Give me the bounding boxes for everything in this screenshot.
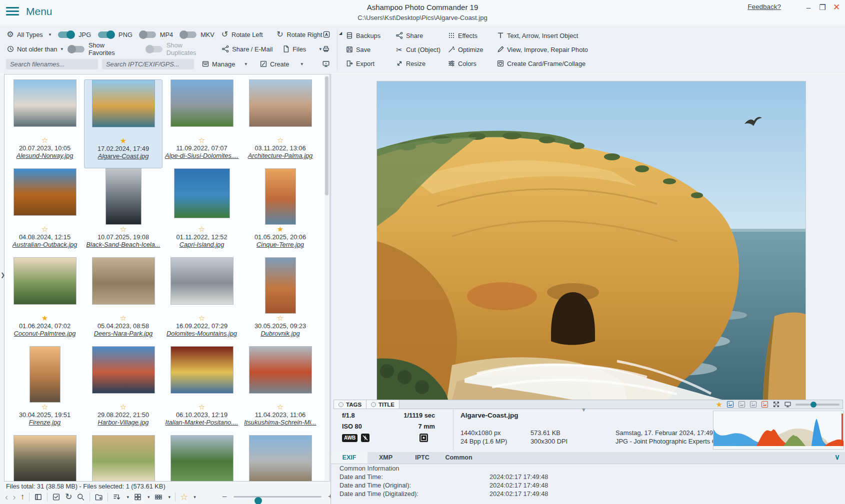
thumbnail-image[interactable] [92, 80, 155, 127]
scrollbar-thumb[interactable] [325, 76, 328, 195]
export-action-button[interactable]: Export [345, 59, 393, 68]
text-action-button[interactable]: Text, Arrow, Insert Object [496, 31, 596, 40]
favorite-star-icon[interactable]: ☆ [277, 136, 284, 144]
forward-button[interactable]: › [12, 492, 16, 502]
thumbnail-cell[interactable]: ☆06.10.2023, 12:19Italian-Market-Positan… [162, 346, 241, 435]
metadata-tab-iptc[interactable]: IPTC [404, 452, 440, 464]
close-button[interactable]: ✕ [831, 2, 842, 13]
thumbnail-cell[interactable]: ☆29.08.2022, 21:50Harbor-Village.jpg [84, 346, 162, 435]
favorite-star-icon[interactable]: ☆ [120, 403, 126, 411]
thumbnail-filename[interactable]: Dolomites-Mountains.jpg [166, 330, 237, 338]
grid-small-icon[interactable] [154, 493, 162, 502]
show-duplicates-toggle[interactable] [146, 46, 162, 52]
thumbnail-filename[interactable]: Itsukushima-Schrein-Mi... [244, 419, 316, 427]
thumbnail-filename[interactable]: Algarve-Coast.jpg [98, 152, 149, 160]
sort-icon[interactable] [112, 493, 121, 502]
thumbnail-cell[interactable]: ☆30.05.2025, 09:23Dubrovnik.jpg [241, 257, 320, 346]
thumbnail-filename[interactable]: Coconut-Palmtree.jpg [14, 330, 76, 338]
photo-size-gray-icon[interactable] [738, 401, 746, 408]
back-button[interactable]: ‹ [5, 492, 8, 502]
resize-action-button[interactable]: Resize [395, 59, 445, 68]
save-action-button[interactable]: Save [345, 45, 393, 54]
thumbnail-cell[interactable]: ☆03.11.2022, 13:06Architecture-Palma.jpg [241, 79, 320, 168]
collapse-metadata-icon[interactable]: ∨ [834, 453, 840, 462]
not-older-than-dropdown[interactable]: Not older than ▾ [6, 45, 63, 53]
thumbnail-cell[interactable]: ☆30.04.2025, 19:51Firenze.jpg [6, 346, 84, 435]
favorite-star-icon[interactable]: ★ [716, 401, 722, 408]
favorite-star-icon[interactable]: ★ [120, 136, 126, 145]
create-dropdown[interactable]: Create ▾ [259, 60, 303, 68]
thumbnail-cell[interactable]: ☆10.07.2025, 19:08Black-Sand-Beach-Icela… [84, 168, 162, 257]
thumbnail-filename[interactable]: Dubrovnik.jpg [260, 330, 300, 338]
favorite-star-icon[interactable]: ★ [277, 225, 284, 233]
magnifier-icon[interactable] [76, 493, 85, 502]
favorite-star-icon[interactable]: ☆ [198, 136, 205, 144]
thumbnail-cell[interactable]: ★01.06.2024, 07:02Coconut-Palmtree.jpg [6, 257, 84, 346]
thumbnail-filename[interactable]: Deers-Nara-Park.jpg [94, 330, 152, 338]
thumbnail-filename[interactable]: Capri-Island.jpg [180, 241, 224, 249]
browser-scrollbar[interactable] [324, 75, 329, 481]
search-filenames-input[interactable] [6, 59, 98, 69]
thumbnail-image[interactable] [174, 168, 230, 218]
optimize-action-button[interactable]: Optimize [447, 45, 494, 54]
slideshow-dropdown[interactable] [322, 60, 330, 68]
share-email-button[interactable]: Share / E-Mail [221, 45, 272, 53]
thumbnail-filename[interactable]: Italian-Market-Positano.... [166, 419, 238, 427]
favorite-star-icon[interactable]: ☆ [42, 225, 48, 233]
select-checkbox-icon[interactable] [52, 493, 60, 502]
thumbnail-image[interactable] [249, 346, 312, 394]
thumbnail-filename[interactable]: Architecture-Palma.jpg [248, 152, 312, 160]
repair-action-button[interactable]: View, Improve, Repair Photo [496, 45, 596, 54]
thumbnail-image[interactable] [249, 79, 312, 127]
photo-size-gray2-icon[interactable] [750, 401, 757, 408]
favorite-star-icon[interactable]: ☆ [277, 314, 284, 322]
metadata-tab-common[interactable]: Common [440, 452, 477, 464]
thumbnail-image[interactable] [265, 168, 296, 225]
sidebar-toggle-icon[interactable] [34, 493, 42, 502]
toggle-jpg[interactable] [58, 31, 74, 38]
thumbnail-image[interactable] [14, 168, 76, 216]
print-button[interactable] [322, 45, 330, 53]
favorite-star-icon[interactable]: ☆ [198, 314, 205, 322]
all-types-dropdown[interactable]: ⚙ All Types ▾ [6, 30, 51, 39]
photo-preview[interactable] [377, 81, 806, 400]
thumbnail-cell[interactable]: ★17.02.2024, 17:49Algarve-Coast.jpg [84, 79, 162, 168]
thumbnail-cell[interactable]: ☆04.08.2024, 12:15Australian-Outback.jpg [6, 168, 84, 257]
thumbnail-cell[interactable]: ☆16.09.2022, 07:29Dolomites-Mountains.jp… [162, 257, 241, 346]
thumbnail-image[interactable] [30, 346, 60, 403]
photo-size-orange-icon[interactable] [761, 401, 768, 408]
grid-large-icon[interactable] [134, 493, 142, 502]
zoom-slider-knob[interactable] [254, 497, 262, 504]
files-dropdown[interactable]: Files ▾ [282, 45, 322, 53]
favorite-star-icon[interactable]: ☆ [42, 136, 48, 144]
thumbnail-cell[interactable]: ☆01.11.2022, 12:52Capri-Island.jpg [162, 168, 241, 257]
favorite-star-icon[interactable]: ☆ [120, 225, 126, 233]
tab-title[interactable]: TITLE [366, 400, 400, 409]
toggle-mkv[interactable] [180, 31, 196, 38]
colors-action-button[interactable]: Colors [447, 59, 494, 68]
card-action-button[interactable]: Create Card/Frame/Collage [496, 59, 596, 68]
thumbnail-image[interactable] [92, 435, 155, 482]
favorite-star-icon[interactable]: ☆ [42, 403, 48, 411]
show-favorites-toggle[interactable] [68, 46, 84, 52]
thumbnail-image[interactable] [92, 257, 155, 305]
zoom-out-button[interactable]: – [222, 492, 226, 500]
manage-dropdown[interactable]: Manage ▾ [201, 60, 247, 68]
toggle-mp4[interactable] [140, 31, 156, 38]
thumbnail-image[interactable] [170, 435, 234, 482]
thumbnail-image[interactable] [106, 168, 142, 225]
favorite-star-icon[interactable]: ☆ [277, 403, 284, 411]
thumbnail-image[interactable] [170, 79, 234, 127]
thumbnail-filename[interactable]: Cinque-Terre.jpg [256, 241, 304, 249]
share-action-button[interactable]: Share [395, 31, 445, 40]
metadata-tab-xmp[interactable]: XMP [368, 452, 404, 464]
left-panel-handle[interactable]: ❯ [0, 272, 5, 278]
preview-zoom-slider[interactable] [796, 404, 840, 406]
thumbnail-image[interactable] [92, 346, 155, 394]
fit-expand-icon[interactable] [772, 401, 780, 408]
thumbnail-image[interactable] [14, 435, 76, 482]
favorite-star-icon[interactable]: ☆ [198, 403, 205, 411]
thumbnail-cell[interactable]: ☆05.04.2023, 08:58Deers-Nara-Park.jpg [84, 257, 162, 346]
toggle-png[interactable] [98, 31, 114, 38]
thumbnail-image[interactable] [14, 257, 76, 305]
